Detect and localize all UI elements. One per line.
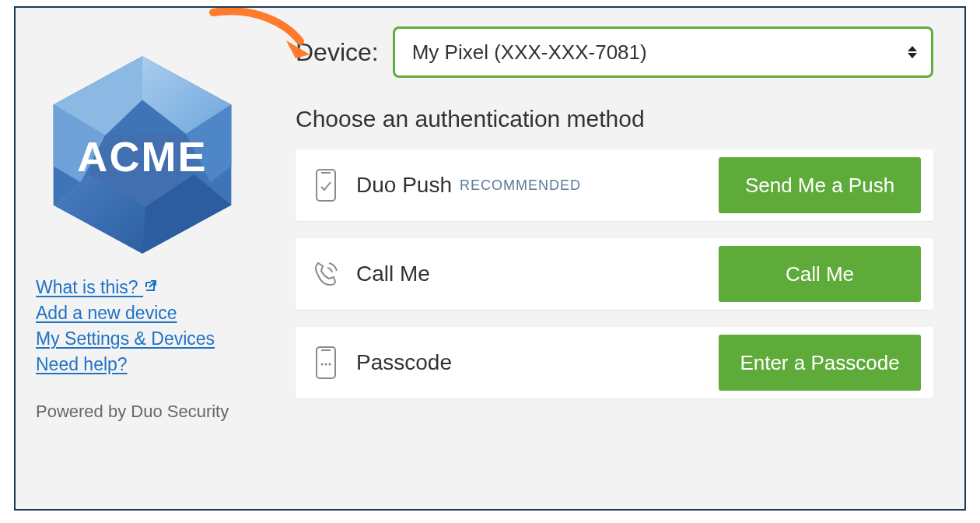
brand-logo: ACME (48, 53, 236, 257)
powered-by-text: Powered by Duo Security (36, 402, 249, 422)
main-panel: Device: My Pixel (XXX-XXX-7081) Choose a… (264, 8, 964, 509)
link-need-help[interactable]: Need help? (36, 354, 128, 375)
method-push-label: Duo Push (356, 173, 452, 198)
svg-rect-9 (317, 170, 335, 201)
method-row-push: Duo Push RECOMMENDED Send Me a Push (296, 149, 933, 221)
link-add-device[interactable]: Add a new device (36, 303, 177, 324)
phone-passcode-icon (308, 346, 344, 380)
phone-check-icon (308, 168, 344, 202)
method-row-passcode: Passcode Enter a Passcode (296, 327, 933, 398)
method-passcode-label: Passcode (356, 350, 452, 375)
svg-point-15 (328, 363, 331, 365)
auth-frame: ACME What is this? Add a new device My S… (14, 6, 966, 511)
device-row: Device: My Pixel (XXX-XXX-7081) (296, 26, 933, 78)
sidebar: ACME What is this? Add a new device My S… (16, 8, 264, 509)
device-select[interactable]: My Pixel (XXX-XXX-7081) (393, 26, 933, 78)
device-label: Device: (296, 38, 379, 67)
method-row-call: Call Me Call Me (296, 238, 933, 310)
device-select-value: My Pixel (XXX-XXX-7081) (412, 40, 647, 65)
link-settings-devices[interactable]: My Settings & Devices (36, 328, 215, 349)
method-push-tag: RECOMMENDED (460, 177, 581, 194)
select-updown-icon (908, 46, 917, 58)
svg-point-13 (320, 363, 323, 365)
section-title: Choose an authentication method (296, 106, 933, 132)
svg-rect-11 (317, 347, 335, 378)
method-call-label: Call Me (356, 262, 430, 286)
link-what-is-this[interactable]: What is this? (36, 277, 157, 298)
brand-logo-text: ACME (77, 133, 207, 180)
call-me-button[interactable]: Call Me (719, 246, 921, 302)
link-what-is-this-label: What is this? (36, 277, 138, 297)
enter-passcode-button[interactable]: Enter a Passcode (719, 335, 921, 391)
phone-call-icon (308, 258, 344, 290)
external-link-icon (143, 277, 157, 291)
svg-point-14 (324, 363, 327, 365)
sidebar-links: What is this? Add a new device My Settin… (36, 277, 249, 375)
send-push-button[interactable]: Send Me a Push (719, 157, 921, 213)
